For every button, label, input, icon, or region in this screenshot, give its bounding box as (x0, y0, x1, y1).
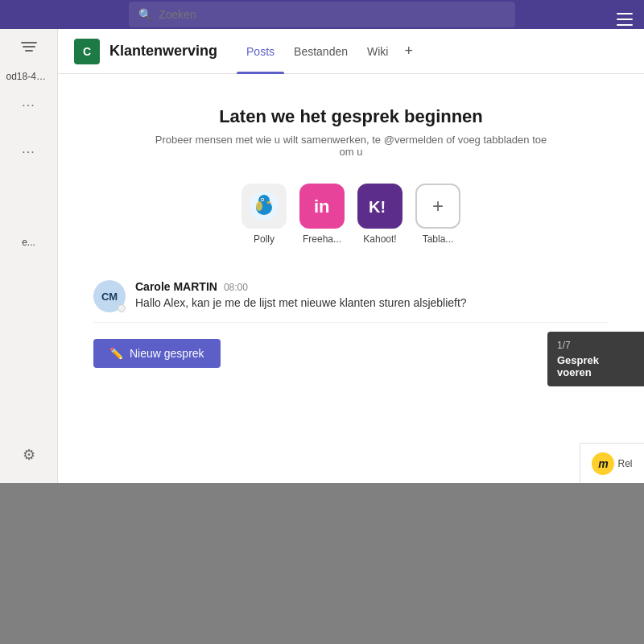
channel-name: Klantenwerving (109, 43, 217, 60)
tab-wiki[interactable]: Wiki (357, 29, 398, 74)
miro-widget[interactable]: m Rel (580, 443, 644, 483)
tab-add[interactable]: + (398, 29, 419, 74)
search-icon: 🔍 (138, 8, 152, 21)
add-icon-plus: + (432, 195, 444, 217)
new-conv-icon: ✏️ (109, 347, 123, 360)
message-text: Hallo Alex, kan je me de lijst met nieuw… (135, 296, 609, 309)
content-area: Laten we het gesprek beginnen Probeer me… (58, 74, 644, 483)
add-icon-box: + (415, 184, 460, 229)
kahoot-label: Kahoot! (363, 233, 396, 245)
polly-label: Polly (254, 233, 275, 245)
channel-header: C Klantenwerving Posts Bestanden Wiki + (58, 29, 644, 74)
new-conversation-button[interactable]: ✏️ Nieuw gesprek (93, 339, 221, 368)
tooltip-title-line2: voeren (557, 366, 634, 378)
new-conv-label: Nieuw gesprek (130, 347, 204, 360)
tooltip-popup: 1/7 Gesprek voeren (547, 332, 644, 386)
svg-rect-2 (617, 24, 633, 26)
svg-point-8 (262, 199, 263, 200)
tabbladen-label: Tabla... (423, 233, 454, 245)
tab-posts[interactable]: Posts (237, 29, 284, 74)
settings-icon[interactable]: ⚙ (23, 446, 35, 464)
conv-start-heading: Laten we het gesprek beginnen (74, 106, 628, 127)
svg-text:in: in (314, 196, 330, 217)
search-box: 🔍 (129, 2, 515, 27)
app-add[interactable]: + Tabla... (415, 184, 460, 245)
filter-icon[interactable] (18, 39, 40, 55)
app-kahoot[interactable]: K! Kahoot! (357, 184, 402, 245)
tooltip-counter: 1/7 (557, 340, 634, 351)
tooltip-title-line1: Gesprek (557, 354, 634, 366)
sidebar-dots-2[interactable]: ··· (22, 145, 35, 159)
sidebar-dots-1[interactable]: ··· (22, 98, 35, 113)
main-content: C Klantenwerving Posts Bestanden Wiki + (58, 29, 644, 483)
polly-icon-box (242, 184, 287, 229)
channel-icon: C (74, 39, 100, 64)
svg-point-9 (256, 201, 262, 211)
search-input[interactable] (159, 8, 506, 21)
sidebar-narrow: od18-425... ··· ··· e... ⚙ (0, 29, 58, 483)
svg-rect-0 (617, 13, 633, 14)
search-area: 🔍 (13, 2, 631, 27)
sidebar-bottom: ⚙ (23, 446, 35, 473)
main-layout: od18-425... ··· ··· e... ⚙ C Klantenwerv… (0, 29, 644, 483)
avatar-status-dot (118, 304, 126, 312)
channel-tabs: Posts Bestanden Wiki + (237, 29, 419, 74)
conv-start: Laten we het gesprek beginnen Probeer me… (74, 106, 628, 158)
top-bar: 🔍 (0, 0, 644, 29)
app-freehand[interactable]: in Freeha... (299, 184, 345, 245)
sidebar-channel-1[interactable]: od18-425... (3, 68, 55, 85)
sidebar-channel-2[interactable] (26, 126, 32, 132)
freehand-label: Freeha... (303, 233, 341, 245)
message-content: Carole MARTIN 08:00 Hallo Alex, kan je m… (135, 280, 609, 312)
sidebar-channel-3[interactable]: e... (19, 233, 39, 251)
freehand-icon-box: in (299, 184, 345, 229)
new-conv-area: ✏️ Nieuw gesprek (93, 323, 609, 368)
conv-start-description: Probeer mensen met wie u wilt samenwerke… (150, 134, 552, 158)
avatar: CM (93, 280, 126, 312)
table-row: CM Carole MARTIN 08:00 Hallo Alex, kan j… (93, 270, 609, 323)
miro-label: Rel (617, 458, 632, 469)
tab-bestanden[interactable]: Bestanden (284, 29, 357, 74)
kahoot-icon-box: K! (357, 184, 402, 229)
message-area: CM Carole MARTIN 08:00 Hallo Alex, kan j… (93, 270, 609, 323)
app-icons-row: Polly in Freeha... (242, 184, 460, 245)
gray-bottom-bg (0, 483, 644, 644)
miro-icon: m (592, 452, 614, 475)
app-polly[interactable]: Polly (242, 184, 287, 245)
message-time: 08:00 (224, 282, 248, 293)
svg-text:K!: K! (369, 198, 386, 216)
message-author: Carole MARTIN (135, 280, 217, 293)
message-header: Carole MARTIN 08:00 (135, 280, 609, 293)
svg-rect-1 (617, 19, 633, 20)
